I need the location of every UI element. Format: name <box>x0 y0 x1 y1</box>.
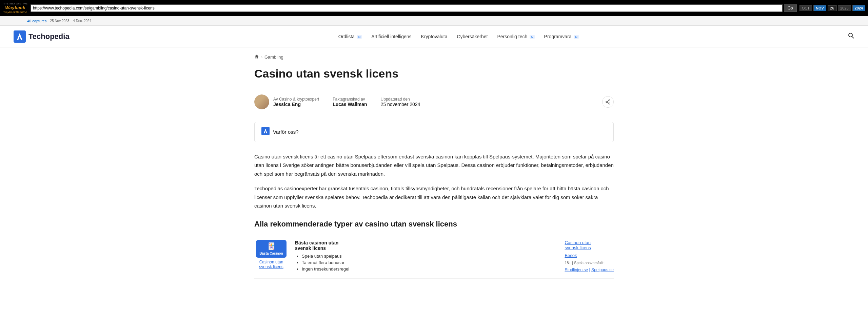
home-icon <box>254 54 259 59</box>
url-input[interactable] <box>31 4 783 12</box>
casino-links: Stodlinjen.se | Spelpaus.se <box>565 267 614 272</box>
captures-date: 25 Nov 2023 – 4 Dec. 2024 <box>50 19 91 23</box>
main-content: › Gambling Casino utan svensk licens Av … <box>241 47 627 285</box>
day-26[interactable]: 26 <box>828 5 836 11</box>
breadcrumb-category[interactable]: Gambling <box>264 55 283 60</box>
paragraph-2: Techopedias casinoexperter har granskat … <box>254 184 614 210</box>
casino-badge-label: Bästa Casinon <box>259 252 283 256</box>
wayback-machine-label: WaybackMachine <box>3 10 27 14</box>
why-us-box[interactable]: Varför oss? <box>254 122 614 142</box>
wayback-bar: INTERNET ARCHIVE Wayback WaybackMachine … <box>0 0 868 16</box>
nav-link-cyber[interactable]: Cybersäkerhet <box>457 34 488 39</box>
updated-block: Uppdaterad den 25 november 2024 <box>381 97 420 107</box>
stodlinjen-link[interactable]: Stodlinjen.se <box>565 267 588 272</box>
svg-point-6 <box>609 103 610 104</box>
personlig-badge: N <box>530 35 535 39</box>
svg-point-5 <box>606 101 607 103</box>
nav-item-ordlista[interactable]: Ordlista N <box>338 34 362 39</box>
casino-badge-icon: 🃏 <box>267 242 276 250</box>
author-avatar <box>254 94 269 109</box>
casino-card-row: 🃏 Bästa Casinon Casinon utansvensk licen… <box>254 235 614 279</box>
author-label: Av Casino & kryptoexpert <box>273 97 319 102</box>
paragraph-1: Casino utan svensk licens är ett casino … <box>254 152 614 178</box>
fact-check-label: Faktagranskad av <box>333 97 367 102</box>
casino-card-middle: Bästa casinon utansvensk licens Spela ut… <box>295 240 558 273</box>
nav-link-programvara[interactable]: Programvara N <box>544 34 579 39</box>
go-button[interactable]: Go <box>784 4 797 12</box>
breadcrumb-home[interactable] <box>254 54 259 60</box>
wayback-machine-logo: Wayback <box>5 5 25 10</box>
why-us-icon <box>261 127 270 137</box>
section-title: Alla rekommenderade typer av casino utan… <box>254 220 614 229</box>
author-block: Av Casino & kryptoexpert Jessica Eng Fak… <box>254 89 614 115</box>
why-us-text: Varför oss? <box>273 129 299 135</box>
nav-links: Ordlista N Artificiell intelligens Krypt… <box>338 34 579 39</box>
nav-item-krypto[interactable]: Kryptovaluta <box>421 34 448 39</box>
casino-section: 🃏 Bästa Casinon Casinon utansvensk licen… <box>254 235 614 279</box>
article-title: Casino utan svensk licens <box>254 67 614 81</box>
nav-item-programvara[interactable]: Programvara N <box>544 34 579 39</box>
share-icon <box>605 99 611 105</box>
article-text: Casino utan svensk licens är ett casino … <box>254 152 614 210</box>
url-bar: Go <box>31 4 797 12</box>
author-meta: Av Casino & kryptoexpert Jessica Eng <box>273 97 319 107</box>
nov-label: NOV <box>813 5 826 11</box>
wayback-dates: OCT NOV 26 2023 2024 <box>800 5 865 11</box>
captures-bar: 40 captures 25 Nov 2023 – 4 Dec. 2024 <box>0 16 868 26</box>
casino-card-right: Casinon utansvensk licens Besök 18+ | Sp… <box>565 240 614 272</box>
casino-disclaimer: 18+ | Spela ansvarsfullt | <box>565 261 605 265</box>
svg-line-3 <box>852 37 854 39</box>
search-button[interactable] <box>848 32 854 41</box>
programvara-badge: N <box>574 35 579 39</box>
search-icon <box>848 32 854 39</box>
nav-link-ai[interactable]: Artificiell intelligens <box>371 34 411 39</box>
share-button[interactable] <box>602 96 614 108</box>
wayback-logo: INTERNET ARCHIVE Wayback WaybackMachine <box>3 3 28 14</box>
fact-check-block: Faktagranskad av Lucas Wallman <box>333 97 367 107</box>
oct-label: OCT <box>800 5 812 11</box>
author-name: Jessica Eng <box>273 102 319 107</box>
year-2023[interactable]: 2023 <box>838 5 851 11</box>
breadcrumb: › Gambling <box>254 54 614 60</box>
casino-visit-button[interactable]: Besök <box>565 253 577 258</box>
nav-link-ordlista[interactable]: Ordlista N <box>338 34 362 39</box>
updated-label: Uppdaterad den <box>381 97 420 102</box>
breadcrumb-separator: › <box>261 55 262 60</box>
nav-link-krypto[interactable]: Kryptovaluta <box>421 34 448 39</box>
casino-card-list: Spela utan spelpaus Ta emot flera bonusa… <box>295 254 558 272</box>
casino-list-item-1: Spela utan spelpaus <box>302 254 558 259</box>
casino-card-badge: 🃏 Bästa Casinon <box>256 240 287 258</box>
logo-text: Techopedia <box>28 32 70 41</box>
casino-visit-link[interactable]: Casinon utansvensk licens <box>565 240 591 250</box>
techopedia-logo-icon <box>14 30 26 43</box>
nav-item-ai[interactable]: Artificiell intelligens <box>371 34 411 39</box>
techopedia-small-icon <box>261 127 270 135</box>
logo-area: Techopedia <box>14 30 70 43</box>
year-2024[interactable]: 2024 <box>852 5 865 11</box>
spelpaus-link[interactable]: Spelpaus.se <box>591 267 614 272</box>
casino-card-left: 🃏 Bästa Casinon Casinon utansvensk licen… <box>254 240 288 269</box>
ordlista-badge: N <box>357 35 362 39</box>
author-avatar-placeholder <box>254 94 269 109</box>
captures-link[interactable]: 40 captures <box>27 19 46 23</box>
casino-list-item-2: Ta emot flera bonusar <box>302 260 558 265</box>
author-info: Av Casino & kryptoexpert Jessica Eng <box>254 94 319 109</box>
internet-archive-text: INTERNET ARCHIVE <box>3 3 28 5</box>
nav-item-personlig[interactable]: Personlig tech N <box>497 34 534 39</box>
svg-point-2 <box>849 33 852 37</box>
svg-point-4 <box>609 100 610 101</box>
svg-line-8 <box>607 101 609 102</box>
nav-item-cyber[interactable]: Cybersäkerhet <box>457 34 488 39</box>
casino-card-heading: Bästa casinon utansvensk licens <box>295 240 558 251</box>
updated-date: 25 november 2024 <box>381 102 420 107</box>
svg-line-7 <box>607 102 609 103</box>
casino-list-item-3: Ingen tresekundersregel <box>302 266 558 272</box>
main-nav: Techopedia Ordlista N Artificiell intell… <box>0 26 868 47</box>
fact-checker-name: Lucas Wallman <box>333 102 367 107</box>
casino-card-link[interactable]: Casinon utansvensk licens <box>259 260 283 269</box>
nav-link-personlig[interactable]: Personlig tech N <box>497 34 534 39</box>
